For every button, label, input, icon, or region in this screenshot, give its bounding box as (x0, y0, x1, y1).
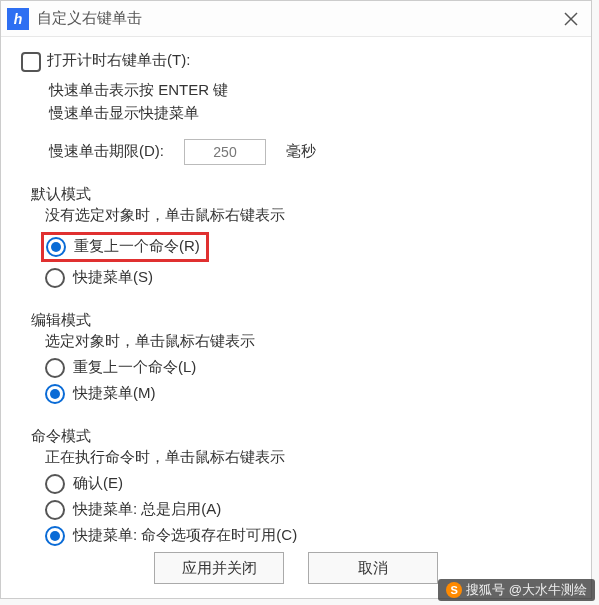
default-mode-menu-radio[interactable] (45, 268, 65, 288)
watermark-text: 搜狐号 @大水牛测绘 (466, 581, 587, 599)
default-mode-section: 默认模式 没有选定对象时，单击鼠标右键表示 重复上一个命令(R) 快捷菜单(S) (21, 185, 571, 291)
titlebar: h 自定义右键单击 (1, 1, 591, 37)
cmd-mode-menu-always-label: 快捷菜单: 总是启用(A) (73, 500, 221, 519)
fast-click-desc: 快速单击表示按 ENTER 键 (49, 78, 571, 101)
app-icon: h (7, 8, 29, 30)
cmd-mode-enter-row[interactable]: 确认(E) (45, 471, 571, 497)
default-mode-repeat-row[interactable]: 重复上一个命令(R) (45, 229, 571, 265)
apply-close-button[interactable]: 应用并关闭 (154, 552, 284, 584)
cmd-mode-desc: 正在执行命令时，单击鼠标右键表示 (45, 448, 571, 467)
cmd-mode-menu-always-row[interactable]: 快捷菜单: 总是启用(A) (45, 497, 571, 523)
window-title: 自定义右键单击 (37, 9, 551, 28)
edit-mode-repeat-label: 重复上一个命令(L) (73, 358, 196, 377)
enable-timed-click-checkbox[interactable] (21, 52, 41, 72)
enable-timed-click-row[interactable]: 打开计时右键单击(T): (21, 51, 571, 72)
cmd-mode-enter-radio[interactable] (45, 474, 65, 494)
close-button[interactable] (551, 1, 591, 37)
default-mode-menu-label: 快捷菜单(S) (73, 268, 153, 287)
edit-mode-menu-row[interactable]: 快捷菜单(M) (45, 381, 571, 407)
cmd-mode-menu-options-row[interactable]: 快捷菜单: 命令选项存在时可用(C) (45, 523, 571, 549)
edit-mode-desc: 选定对象时，单击鼠标右键表示 (45, 332, 571, 351)
slow-click-unit: 毫秒 (286, 142, 316, 161)
edit-mode-title: 编辑模式 (31, 311, 571, 330)
sohu-icon: S (446, 582, 462, 598)
slow-click-limit-label: 慢速单击期限(D): (49, 142, 164, 161)
dialog-content: 打开计时右键单击(T): 快速单击表示按 ENTER 键 慢速单击显示快捷菜单 … (1, 37, 591, 549)
edit-mode-repeat-radio[interactable] (45, 358, 65, 378)
default-mode-repeat-label: 重复上一个命令(R) (74, 237, 200, 256)
highlight-box: 重复上一个命令(R) (41, 232, 209, 262)
slow-click-limit-input[interactable] (184, 139, 266, 165)
dialog-window: h 自定义右键单击 打开计时右键单击(T): 快速单击表示按 ENTER 键 慢… (0, 0, 592, 599)
default-mode-desc: 没有选定对象时，单击鼠标右键表示 (45, 206, 571, 225)
cmd-mode-enter-label: 确认(E) (73, 474, 123, 493)
default-mode-repeat-radio[interactable] (46, 237, 66, 257)
cmd-mode-section: 命令模式 正在执行命令时，单击鼠标右键表示 确认(E) 快捷菜单: 总是启用(A… (21, 427, 571, 549)
cmd-mode-title: 命令模式 (31, 427, 571, 446)
watermark: S 搜狐号 @大水牛测绘 (438, 579, 595, 601)
cmd-mode-menu-options-radio[interactable] (45, 526, 65, 546)
edit-mode-section: 编辑模式 选定对象时，单击鼠标右键表示 重复上一个命令(L) 快捷菜单(M) (21, 311, 571, 407)
cancel-button[interactable]: 取消 (308, 552, 438, 584)
edit-mode-menu-radio[interactable] (45, 384, 65, 404)
close-icon (564, 12, 578, 26)
edit-mode-menu-label: 快捷菜单(M) (73, 384, 156, 403)
default-mode-title: 默认模式 (31, 185, 571, 204)
slow-click-desc: 慢速单击显示快捷菜单 (49, 101, 571, 124)
cmd-mode-menu-always-radio[interactable] (45, 500, 65, 520)
default-mode-menu-row[interactable]: 快捷菜单(S) (45, 265, 571, 291)
cmd-mode-menu-options-label: 快捷菜单: 命令选项存在时可用(C) (73, 526, 297, 545)
edit-mode-repeat-row[interactable]: 重复上一个命令(L) (45, 355, 571, 381)
enable-timed-click-label: 打开计时右键单击(T): (47, 51, 190, 70)
slow-click-limit-row: 慢速单击期限(D): 毫秒 (49, 139, 571, 165)
